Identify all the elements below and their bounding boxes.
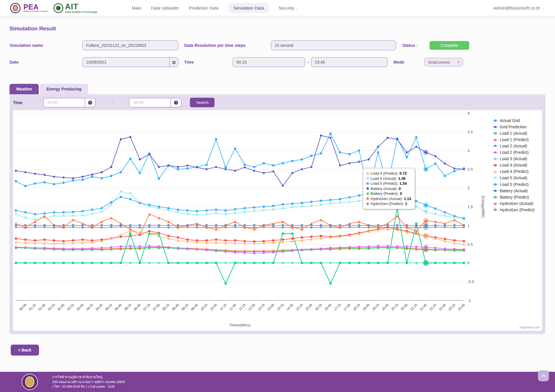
legend-label: Battery (Actual) <box>500 188 528 193</box>
calendar-icon[interactable]: ▦ <box>169 58 178 67</box>
series-marker <box>225 282 227 284</box>
legend-item[interactable]: Load 5 (Actual) <box>493 175 527 180</box>
legend-item[interactable]: Grid Prediction <box>493 125 527 129</box>
series-marker <box>463 240 465 242</box>
clock-icon[interactable] <box>171 98 181 107</box>
pea-logo-icon <box>10 3 21 13</box>
series-marker <box>348 196 351 199</box>
series-marker <box>358 246 360 248</box>
series-marker <box>177 208 179 211</box>
x-tick-label: 15:45 <box>305 303 313 311</box>
series-marker <box>24 185 27 187</box>
time-from-input[interactable] <box>233 57 305 67</box>
x-tick-label: 20:45 <box>400 303 408 311</box>
series-load-4-predict- <box>15 228 465 245</box>
series-marker <box>110 262 112 264</box>
legend-item[interactable]: Actual Grid <box>493 118 520 123</box>
app-header: PEA PROVINCIAL ELECTRICITY AUTHORITY AIT… <box>0 0 555 16</box>
search-button[interactable]: Search <box>190 98 214 107</box>
series-marker <box>320 247 322 250</box>
time-to-input[interactable] <box>311 57 388 67</box>
search-time-to-group <box>129 98 181 107</box>
legend-label: Battery (Predict) <box>500 195 529 199</box>
tab-energy-producing[interactable]: Energy Producing <box>40 84 88 94</box>
series-marker <box>43 247 46 249</box>
clock-icon[interactable] <box>85 98 95 107</box>
series-marker <box>387 262 389 264</box>
nav-simulation-data[interactable]: Simulation Data <box>228 3 269 13</box>
simulation-name-input[interactable] <box>82 40 178 50</box>
series-marker <box>349 262 351 264</box>
series-marker <box>320 219 322 221</box>
legend-item[interactable]: Load 4 (Predict) <box>493 169 529 174</box>
series-marker <box>301 158 303 161</box>
series-marker <box>53 247 55 249</box>
legend-item[interactable]: Battery (Actual) <box>493 188 528 193</box>
legend-label: Actual Grid <box>500 118 520 123</box>
legend-item[interactable]: Battery (Predict) <box>493 195 529 199</box>
series-marker <box>415 145 418 148</box>
series-marker <box>91 173 93 176</box>
x-tick-label: 19:15 <box>371 303 380 311</box>
hovered-marker <box>424 246 428 249</box>
x-tick-label: 16:15 <box>314 303 323 311</box>
nav-security[interactable]: Security⌄ <box>279 5 298 10</box>
legend-item[interactable]: Load 4 (Actual) <box>493 163 527 167</box>
search-time-to-input[interactable] <box>130 98 171 107</box>
legend-item[interactable]: Load 1 (Actual) <box>493 131 527 136</box>
series-marker <box>320 262 322 264</box>
series-marker <box>272 239 274 241</box>
series-marker <box>24 238 26 241</box>
brand-logos: PEA PROVINCIAL ELECTRICITY AUTHORITY AIT… <box>10 3 97 13</box>
series-marker <box>244 207 246 209</box>
nav-prediction-data[interactable]: Prediction Data <box>189 5 219 10</box>
series-marker <box>291 262 294 264</box>
series-marker <box>310 166 313 168</box>
tab-weather[interactable]: Weather <box>10 84 39 94</box>
series-marker <box>15 262 17 264</box>
series-marker <box>262 252 265 254</box>
chart-box[interactable]: 43.532.521.510.50-0.5-100:4501:1501:4502… <box>13 110 542 331</box>
series-marker <box>358 262 360 264</box>
footer-line-2: 200 ถนนงามวงศ์วาน ลาดยาว จตุจักร กรุงเทพ… <box>52 380 125 384</box>
nav-main[interactable]: Main <box>132 5 141 10</box>
series-marker <box>158 233 160 235</box>
series-marker <box>72 177 74 180</box>
series-marker <box>62 262 64 264</box>
legend-item[interactable]: Load 3 (Actual) <box>493 156 527 161</box>
resolution-input[interactable] <box>271 40 396 50</box>
series-marker <box>406 156 408 158</box>
series-marker <box>453 248 456 250</box>
series-marker <box>100 220 103 223</box>
legend-item[interactable]: Load 5 (Predict) <box>493 182 529 187</box>
series-marker <box>81 175 84 178</box>
x-tick-label: 08:45 <box>171 303 180 311</box>
series-marker <box>282 262 284 264</box>
legend-item[interactable]: Load 2 (Actual) <box>493 144 527 148</box>
series-marker <box>129 233 131 235</box>
legend-item[interactable]: Load 1 (Predict) <box>493 137 529 142</box>
legend-label: Load 2 (Actual) <box>500 144 527 148</box>
series-marker <box>348 162 351 164</box>
back-button[interactable]: < Back <box>11 345 39 356</box>
legend-item[interactable]: HydroGen (Actual) <box>493 201 533 206</box>
chart-credit[interactable]: Highcharts.com <box>520 326 540 329</box>
legend-item[interactable]: HydroGen (Predict) <box>493 208 535 212</box>
date-input[interactable] <box>83 58 169 67</box>
series-marker <box>386 245 389 247</box>
series-marker <box>53 239 55 241</box>
series-marker <box>34 239 36 241</box>
scroll-top-button[interactable] <box>538 370 549 381</box>
series-marker <box>24 211 27 213</box>
series-marker <box>358 149 360 152</box>
app-footer: การไฟฟ้าส่วนภูมิภาค สำนักงานใหญ่ 200 ถนน… <box>0 372 555 392</box>
series-marker <box>206 239 208 241</box>
mode-select[interactable]: GridConnect ▼ <box>424 58 463 66</box>
x-tick-label: 13:45 <box>267 303 275 311</box>
series-marker <box>291 160 293 162</box>
search-time-from-input[interactable] <box>44 98 85 107</box>
legend-item[interactable]: Load 2 (Predict) <box>493 150 529 155</box>
series-marker <box>43 173 46 176</box>
user-menu[interactable]: Admin@fissionsoft.co.th ⌄ <box>493 5 545 10</box>
nav-data-uploader[interactable]: Data Uploader <box>151 5 179 10</box>
